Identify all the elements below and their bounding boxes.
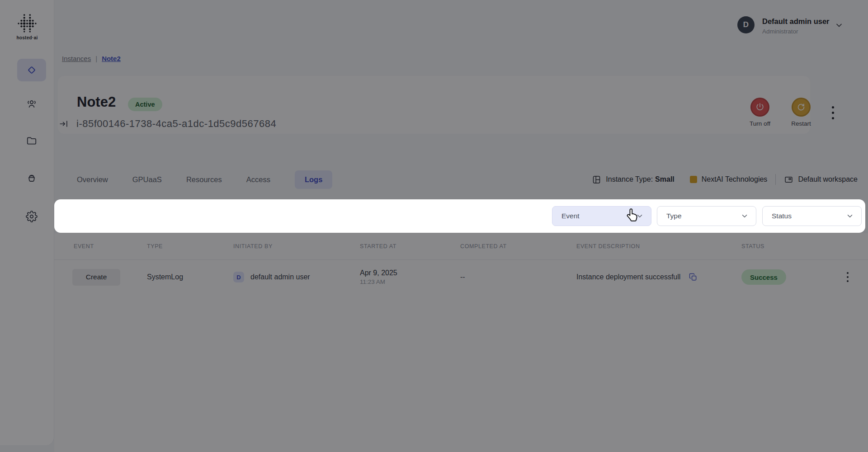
type-filter-label: Type [666,212,682,220]
started-time: 11:23 AM [360,278,460,285]
user-avatar[interactable]: D [737,16,755,33]
event-cell: Create [72,269,120,286]
breadcrumb-instances-link[interactable]: Instances [62,55,91,62]
copy-icon[interactable] [689,273,698,282]
status-filter-dropdown[interactable]: Status [762,206,862,226]
col-initiated-by: INITIATED BY [233,243,360,250]
meta-bar: Instance Type: Small NextAI Technologies… [592,169,858,190]
event-filter-label: Event [561,212,580,220]
tab-gpuaas[interactable]: GPUaaS [132,175,162,184]
col-status: STATUS [741,243,827,250]
restart-label: Restart [783,120,819,127]
started-at-cell: Apr 9, 2025 11:23 AM [360,269,460,285]
instance-type-value: Small [655,175,675,184]
chevron-down-icon [846,212,854,220]
organization-meta: NextAI Technologies [690,175,768,184]
sidebar-item-folders[interactable] [17,129,46,152]
instance-type-meta: Instance Type: Small [592,175,674,184]
diamond-icon [26,64,38,76]
sidebar-item-settings[interactable] [17,205,46,228]
instance-kebab-menu-icon[interactable] [832,106,834,119]
col-completed-at: COMPLETED AT [460,243,576,250]
breadcrumb-current[interactable]: Note2 [102,55,121,62]
event-description: Instance deployment successfull [576,273,680,281]
logs-filter-bar: Event Type Status [54,199,865,233]
users-icon [26,98,38,110]
turn-off-button[interactable]: Turn off [742,98,778,127]
sidebar: hosted·ai [0,0,54,445]
breadcrumb-separator: | [95,55,97,62]
col-started-at: STARTED AT [360,243,460,250]
tab-access[interactable]: Access [246,175,270,184]
hostedai-dots-logo-icon [17,14,38,33]
sidebar-item-users[interactable] [17,93,46,115]
workspace-name: Default workspace [798,175,858,184]
status-filter-label: Status [772,212,792,220]
app-screen: hosted·ai [0,0,868,452]
layout-icon [592,175,601,184]
logo-text: hosted·ai [0,35,54,40]
workspace-meta: Default workspace [784,175,858,184]
gear-icon [26,211,38,222]
initiator-name: default admin user [250,273,310,281]
app-logo: hosted·ai [0,14,54,40]
chevron-down-icon [636,212,644,220]
logs-table: EVENT TYPE INITIATED BY STARTED AT COMPL… [54,233,868,452]
breadcrumb: Instances | Note2 [62,55,121,62]
restart-button[interactable]: Restart [783,98,819,127]
page-title: Note2 [77,94,116,110]
status-success-badge: Success [741,269,786,285]
tab-bar: Overview GPUaaS Resources Access Logs [77,169,332,190]
org-name: NextAI Technologies [702,175,768,184]
table-row: Create SystemLog D default admin user Ap… [54,260,868,294]
type-filter-dropdown[interactable]: Type [657,206,756,226]
completed-at-cell: -- [460,273,576,281]
status-badge: Active [128,98,162,111]
col-type: TYPE [147,243,233,250]
meta-divider [775,174,776,185]
user-role: Administrator [762,28,798,35]
instance-type-label: Instance Type: [606,175,653,184]
initiated-by-cell: D default admin user [233,272,360,282]
workspace-icon [784,175,793,184]
login-arrow-icon [59,119,69,129]
org-color-swatch [690,176,697,183]
sidebar-item-storage[interactable] [17,167,46,189]
instance-id: i-85f00146-1738-4ca5-a1dc-1d5c9d567684 [76,118,276,130]
initiator-avatar: D [233,272,244,282]
col-event-description: EVENT DESCRIPTION [576,243,741,250]
started-date: Apr 9, 2025 [360,269,460,277]
row-kebab-menu-icon[interactable] [827,272,868,282]
chevron-down-icon [741,212,749,220]
chevron-down-icon[interactable] [835,21,844,30]
logs-table-header: EVENT TYPE INITIATED BY STARTED AT COMPL… [54,233,868,260]
folder-icon [26,135,38,146]
type-cell: SystemLog [147,273,233,281]
tab-logs[interactable]: Logs [295,170,332,189]
description-cell: Instance deployment successfull [576,273,741,282]
turn-off-label: Turn off [742,120,778,127]
event-filter-dropdown[interactable]: Event [552,206,651,226]
user-menu[interactable]: D Default admin user Administrator [732,11,854,39]
bucket-icon [26,172,38,184]
tab-resources[interactable]: Resources [186,175,222,184]
restart-icon [796,102,806,112]
sidebar-item-instances[interactable] [17,59,46,81]
tab-overview[interactable]: Overview [77,175,108,184]
power-icon [755,102,765,112]
user-name: Default admin user [762,17,830,26]
col-event: EVENT [74,243,147,250]
